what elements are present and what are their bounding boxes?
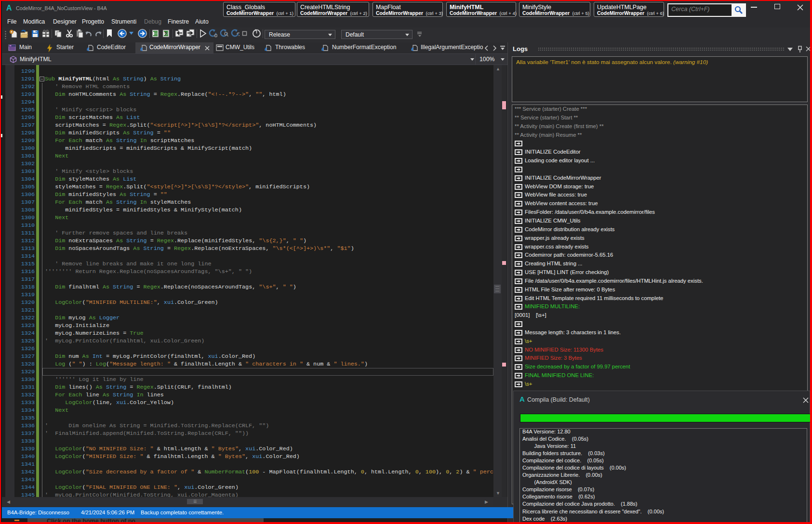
- svg-text:?: ?: [164, 31, 167, 37]
